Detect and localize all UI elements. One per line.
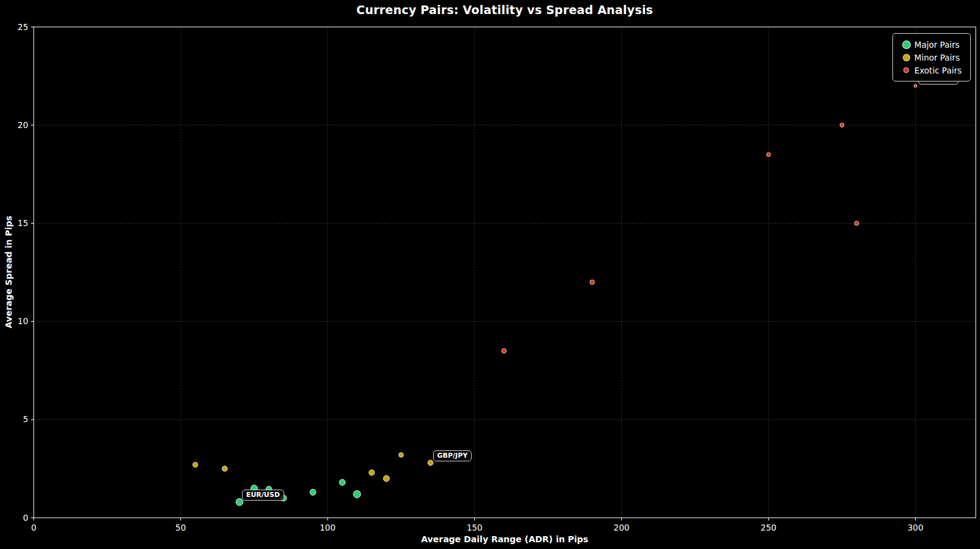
legend-item-minor-pairs: Minor Pairs	[899, 51, 962, 64]
exotic-pairs-marker-cell	[899, 67, 914, 73]
y-tick-label: 20	[18, 120, 28, 130]
scatter-point-exotic-pairs	[854, 221, 859, 225]
chart-figure: Currency Pairs: Volatility vs Spread Ana…	[0, 0, 980, 549]
scatter-point-minor-pairs	[383, 475, 390, 482]
scatter-point-exotic-pairs	[914, 85, 917, 88]
x-tick-label: 200	[614, 523, 630, 532]
y-tick-label: 0	[23, 513, 28, 523]
x-tick-label: 300	[908, 523, 924, 532]
major-pairs-marker-cell	[899, 40, 914, 49]
minor-pairs-marker-icon	[903, 54, 910, 61]
x-tick-label: 150	[467, 523, 483, 532]
scatter-point-minor-pairs	[399, 453, 404, 458]
x-tick-label: 100	[320, 523, 336, 532]
y-tick-label: 25	[18, 22, 28, 32]
scatter-point-minor-pairs	[369, 470, 374, 475]
y-tick-label: 15	[18, 218, 28, 228]
scatter-point-major-pairs	[236, 499, 243, 506]
scatter-point-exotic-pairs	[840, 123, 844, 127]
y-tick-label: 5	[23, 414, 28, 424]
legend-label-minor: Minor Pairs	[914, 53, 960, 62]
plot-area: 0501001502002503000510152025	[0, 0, 980, 549]
scatter-point-minor-pairs	[428, 460, 433, 466]
x-tick-label: 250	[761, 523, 777, 532]
major-pairs-marker-icon	[902, 40, 911, 49]
scatter-point-major-pairs	[353, 491, 361, 498]
legend-label-major: Major Pairs	[914, 40, 960, 50]
point-label-gbp-jpy: GBP/JPY	[433, 450, 472, 461]
minor-pairs-marker-cell	[899, 54, 914, 61]
scatter-point-major-pairs	[310, 489, 316, 495]
legend: Major Pairs Minor Pairs Exotic Pairs	[892, 33, 971, 81]
scatter-point-exotic-pairs	[766, 153, 771, 157]
scatter-point-exotic-pairs	[502, 349, 507, 354]
scatter-point-minor-pairs	[222, 466, 228, 472]
exotic-pairs-marker-icon	[903, 67, 909, 73]
legend-item-major-pairs: Major Pairs	[899, 38, 962, 51]
legend-label-exotic: Exotic Pairs	[914, 66, 962, 75]
legend-item-exotic-pairs: Exotic Pairs	[899, 64, 962, 77]
scatter-point-major-pairs	[339, 479, 345, 485]
scatter-point-minor-pairs	[193, 462, 198, 467]
x-tick-label: 50	[175, 523, 186, 532]
x-tick-label: 0	[31, 523, 37, 532]
axes-spines	[34, 27, 976, 518]
scatter-point-exotic-pairs	[590, 280, 595, 285]
point-label-eur-usd: EUR/USD	[242, 490, 284, 501]
y-tick-label: 10	[18, 316, 28, 326]
